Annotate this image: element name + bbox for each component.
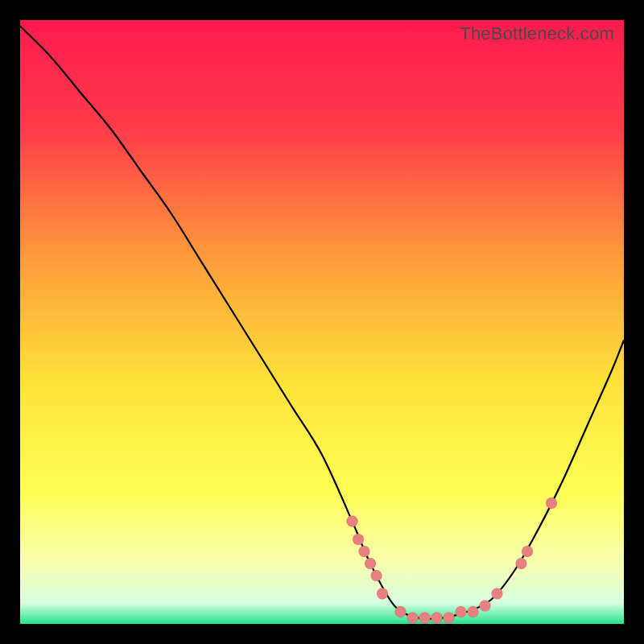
data-marker [456,606,467,617]
data-marker [371,570,382,581]
data-marker [468,606,479,617]
data-marker [365,558,376,569]
data-marker [444,613,455,624]
bottleneck-curve [20,27,624,619]
data-marker [395,606,407,617]
data-marker [359,546,370,557]
data-marker [492,588,503,600]
data-marker [522,546,533,557]
data-marker [353,534,364,545]
bottleneck-chart [20,20,624,624]
data-marker [419,613,431,624]
data-marker [347,516,358,527]
data-marker [480,601,491,612]
data-marker [516,558,527,569]
data-markers [347,497,558,624]
data-marker [546,497,557,509]
data-marker [431,613,443,624]
data-marker [377,588,388,600]
data-marker [407,613,419,624]
chart-frame: TheBottleneck.com [20,20,624,624]
